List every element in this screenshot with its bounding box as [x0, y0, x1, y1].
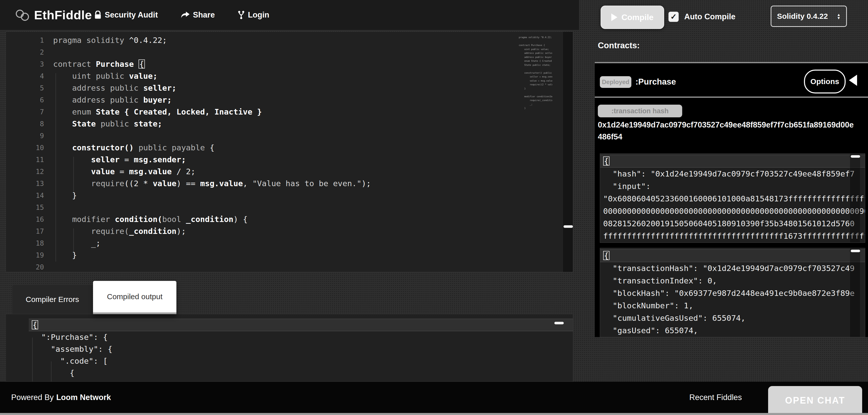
json-line: "hash": "0x1d24e19949d7ac0979cf703527c49…	[600, 168, 865, 180]
open-chat-button[interactable]: OPEN CHAT	[768, 386, 862, 415]
json-line: ":Purchase": {	[29, 331, 573, 343]
tx-detail-block[interactable]: { "hash": "0x1d24e19949d7ac0979cf703527c…	[600, 153, 865, 243]
output-scrollbar-thumb[interactable]	[554, 322, 564, 324]
line-number: 12	[6, 166, 53, 177]
line-number: 13	[6, 177, 53, 189]
code-line: 18 _;	[6, 237, 573, 249]
divider	[595, 97, 868, 98]
json-line: "assembly": {	[29, 343, 573, 355]
block-scrollbar-thumb[interactable]	[851, 250, 860, 252]
auto-compile-checkbox[interactable]: ✓ Auto Compile	[669, 12, 736, 22]
nav-item-label: Security Audit	[105, 10, 158, 20]
block-scrollbar-track[interactable]	[850, 248, 860, 337]
compiled-output-lines: { ":Purchase": { "assembly": { ".code": …	[6, 314, 573, 379]
nav-item-label: Share	[193, 10, 215, 20]
code-line: 17 require(_condition);	[6, 225, 573, 237]
version-label: Solidity 0.4.22	[777, 12, 828, 21]
line-number: 1	[6, 34, 53, 46]
block-scrollbar-thumb[interactable]	[851, 155, 860, 158]
json-line: "input":	[600, 180, 865, 193]
indent-guide	[73, 157, 74, 193]
editor-scrollbar-thumb[interactable]	[563, 225, 573, 228]
loom-network-link[interactable]: Loom Network	[56, 393, 111, 402]
line-number: 18	[6, 237, 53, 249]
json-line: {	[29, 319, 573, 331]
json-line: "gasUsed": 655074,	[600, 324, 865, 337]
line-number: 3	[6, 58, 53, 70]
nav-item-share[interactable]: Share	[181, 10, 215, 20]
code-minimap: pragma solidity ^0.4.22; contract Purcha…	[519, 36, 552, 119]
json-line: "blockHash": "0x69377e987d2448ea491ec9b0…	[600, 287, 865, 300]
select-arrows-icon: ▲▼	[837, 13, 841, 20]
nav-item-security-audit[interactable]: Security Audit	[94, 10, 158, 20]
line-number: 4	[6, 70, 53, 82]
ethfiddle-logo-icon	[15, 8, 30, 22]
indent-guide	[73, 228, 74, 252]
powered-prefix: Powered By	[11, 393, 54, 402]
block-scrollbar-track[interactable]	[850, 154, 860, 243]
deployed-badge: Deployed	[600, 76, 631, 88]
code-line: 2	[6, 46, 573, 58]
indent-guide	[56, 73, 56, 262]
code-line: 20	[6, 261, 573, 272]
fork-icon	[238, 11, 245, 19]
json-line: {	[600, 249, 865, 262]
editor-scrollbar-track[interactable]	[563, 32, 573, 272]
line-number: 17	[6, 225, 53, 237]
json-line: ffffffffffffffffffffffffffffffffffffff16…	[600, 230, 865, 242]
json-line: "blockNumber": 1,	[600, 300, 865, 312]
nav-item-login[interactable]: Login	[238, 10, 269, 20]
header-nav: Security AuditShareLogin	[94, 0, 270, 30]
tab-compiled-output[interactable]: Compiled output	[93, 281, 176, 314]
json-line: {	[29, 367, 573, 379]
contracts-heading: Contracts:	[598, 41, 640, 50]
share-arrow-icon	[181, 11, 190, 19]
line-number: 11	[6, 154, 53, 166]
line-number: 5	[6, 82, 53, 94]
line-number: 8	[6, 118, 53, 130]
code-line: 6 address public buyer;	[6, 94, 573, 106]
nav-item-label: Login	[248, 10, 269, 20]
text-cursor: {	[138, 60, 145, 69]
compile-button-label: Compile	[621, 13, 653, 22]
receipt-detail-block[interactable]: { "transactionHash": "0x1d24e19949d7ac09…	[600, 248, 865, 337]
compiled-output-panel[interactable]: { ":Purchase": { "assembly": { ".code": …	[6, 314, 573, 382]
code-line: 1pragma solidity ^0.4.22;	[6, 34, 573, 46]
json-line: 082815260200191505060405180910390f35b348…	[600, 217, 865, 230]
powered-by-text: Powered By Loom Network	[11, 382, 111, 413]
line-number: 14	[6, 189, 53, 201]
receipt-detail-lines: { "transactionHash": "0x1d24e19949d7ac09…	[600, 248, 865, 337]
text-cursor: {	[603, 251, 610, 260]
line-number: 7	[6, 106, 53, 118]
checkbox-checked-icon[interactable]: ✓	[669, 12, 679, 22]
contract-name: :Purchase	[636, 77, 676, 87]
compile-button[interactable]: Compile	[600, 6, 664, 29]
code-lines: 1pragma solidity ^0.4.22;23contract Purc…	[6, 32, 573, 272]
code-line: 15	[6, 201, 573, 213]
logo-text: EthFiddle	[34, 8, 92, 22]
options-button[interactable]: Options	[804, 70, 846, 94]
json-line: "transactionIndex": 0,	[600, 275, 865, 287]
code-line: 19 }	[6, 249, 573, 261]
code-line: 13 require((2 * value) == msg.value, "Va…	[6, 177, 573, 189]
tab-compiler-errors[interactable]: Compiler Errors	[12, 285, 93, 314]
solidity-version-select[interactable]: Solidity 0.4.22 ▲▼	[771, 6, 847, 27]
lock-icon	[94, 11, 102, 19]
code-line: 4 uint public value;	[6, 70, 573, 82]
text-cursor: {	[603, 157, 610, 166]
line-number: 2	[6, 46, 53, 58]
ethfiddle-logo[interactable]: EthFiddle	[15, 8, 92, 22]
code-line: 10 constructor() public payable {	[6, 142, 573, 154]
collapse-caret-icon[interactable]	[849, 75, 857, 86]
json-line: "0x608060405233600160006101000a81548173f…	[600, 193, 865, 205]
play-icon	[611, 13, 617, 21]
text-cursor: {	[32, 320, 38, 330]
solidity-code-editor[interactable]: 1pragma solidity ^0.4.22;23contract Purc…	[6, 32, 573, 272]
recent-fiddles-link[interactable]: Recent Fiddles	[689, 382, 742, 413]
code-line: 11 seller = msg.sender;	[6, 154, 573, 166]
code-line: 5 address public seller;	[6, 82, 573, 94]
transaction-hash-value: 0x1d24e19949d7ac0979cf703527c49ee48f859e…	[598, 119, 855, 143]
code-line: 12 value = msg.value / 2;	[6, 166, 573, 177]
transaction-hash-badge: :transaction hash	[598, 105, 682, 117]
auto-compile-label: Auto Compile	[684, 12, 736, 21]
